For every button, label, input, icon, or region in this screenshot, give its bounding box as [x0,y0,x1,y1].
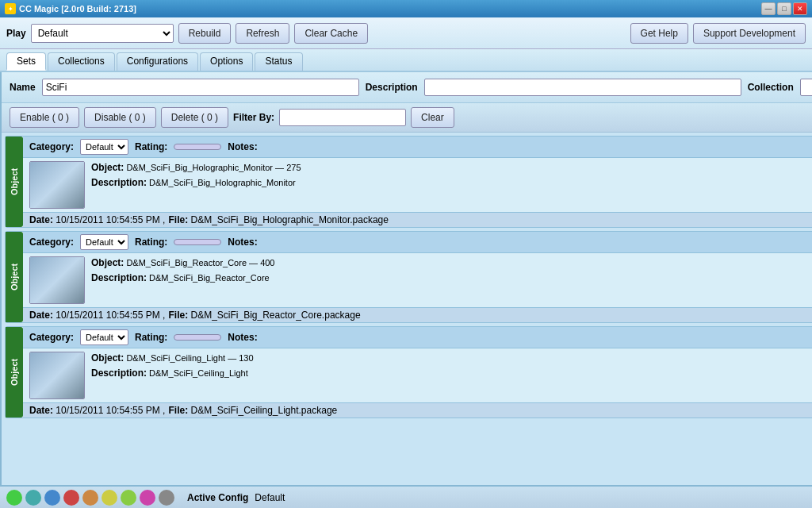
notes-label-2: Notes: [228,332,257,343]
minimize-button[interactable]: — [761,2,776,15]
object-name-1: Object: D&M_SciFi_Big_Reactor_Core — 400 [91,256,812,270]
category-select-1[interactable]: Default [80,234,128,250]
orange-icon[interactable] [82,490,98,506]
tab-collections[interactable]: Collections [48,52,115,71]
object-body-1: Object: D&M_SciFi_Big_Reactor_Core — 400… [23,253,812,307]
object-list: Object Category: Default Rating: Notes: … [2,133,812,485]
object-vert-label-0: Object [6,137,23,227]
notes-label-0: Notes: [228,141,257,152]
app-icon: ✦ [5,3,16,14]
object-info-0: Object: D&M_SciFi_Big_Holographic_Monito… [91,161,812,191]
date-label-1: Date: 10/15/2011 10:54:55 PM , [29,310,165,321]
object-inner-1: Category: Default Rating: Notes: Enabled [23,232,812,322]
object-desc-1: Description: D&M_SciFi_Big_Reactor_Core [91,271,812,285]
object-card-0: Object Category: Default Rating: Notes: … [5,136,812,228]
category-label-0: Category: [29,141,74,152]
active-config-value: Default [255,492,285,503]
tab-options[interactable]: Options [200,52,253,71]
file-label-1: File: D&M_SciFi_Big_Reactor_Core.package [168,310,360,321]
object-name-0: Object: D&M_SciFi_Big_Holographic_Monito… [91,161,812,175]
desc-input[interactable] [424,79,741,96]
clear-cache-button[interactable]: Clear Cache [294,23,368,44]
maximize-button[interactable]: □ [777,2,791,15]
teal-icon[interactable] [25,490,41,506]
object-footer-1: Date: 10/15/2011 10:54:55 PM , File: D&M… [23,307,812,322]
status-bar: Active Config Default [0,485,812,508]
collection-select[interactable] [800,79,812,96]
object-thumbnail-0 [29,161,85,209]
clear-filter-button[interactable]: Clear [411,107,454,128]
get-help-button[interactable]: Get Help [630,23,688,44]
collection-label: Collection [748,82,794,93]
tab-configurations[interactable]: Configurations [117,52,198,71]
object-info-1: Object: D&M_SciFi_Big_Reactor_Core — 400… [91,256,812,287]
status-icons [6,490,174,506]
object-inner-2: Category: Default Rating: Notes: Enabled [23,327,812,418]
object-top-2: Category: Default Rating: Notes: Enabled [23,327,812,348]
close-button[interactable]: ✕ [793,2,807,15]
disable-button[interactable]: Disable ( 0 ) [84,107,156,128]
thumb-inner-0 [30,162,84,208]
thumb-inner-1 [30,257,84,303]
date-label-2: Date: 10/15/2011 10:54:55 PM , [29,405,165,416]
object-top-0: Category: Default Rating: Notes: Enabled [23,137,812,158]
name-input[interactable] [42,79,359,96]
object-info-2: Object: D&M_SciFi_Ceiling_Light — 130 De… [91,352,812,382]
file-label-2: File: D&M_SciFi_Ceiling_Light.package [168,405,337,416]
object-card-1: Object Category: Default Rating: Notes: … [5,231,812,323]
rating-label-2: Rating: [135,332,167,343]
window-controls: — □ ✕ [761,2,807,15]
object-body-0: Object: D&M_SciFi_Big_Holographic_Monito… [23,158,812,212]
gray-icon[interactable] [159,490,174,506]
main-layout: Sets ▼ Default▶ Build ModeClothingCollec… [0,72,812,485]
pink-icon[interactable] [140,490,155,506]
rating-label-0: Rating: [135,141,167,152]
object-vert-label-1: Object [6,232,23,322]
play-select[interactable]: Default [31,24,174,43]
refresh-button[interactable]: Refresh [236,23,289,44]
object-name-2: Object: D&M_SciFi_Ceiling_Light — 130 [91,352,812,365]
category-label-2: Category: [29,332,74,343]
tab-bar: Sets Collections Configurations Options … [0,49,812,72]
active-config-label: Active Config [187,492,248,503]
play-label: Play [6,28,26,39]
object-desc-0: Description: D&M_SciFi_Big_Holographic_M… [91,176,812,190]
tab-status[interactable]: Status [255,52,302,71]
object-desc-2: Description: D&M_SciFi_Ceiling_Light [91,367,812,380]
rating-bar-0 [174,144,221,150]
object-footer-2: Date: 10/15/2011 10:54:55 PM , File: D&M… [23,402,812,418]
delete-button[interactable]: Delete ( 0 ) [161,107,228,128]
light-green-icon[interactable] [121,490,136,506]
content-area: Name Description Collection Clear Enable… [2,72,812,485]
filter-input[interactable] [279,109,406,126]
object-thumbnail-2 [29,352,85,399]
thumb-inner-2 [30,352,84,398]
green-icon[interactable] [6,490,22,506]
notes-label-1: Notes: [228,237,257,248]
desc-label: Description [366,82,418,93]
tab-sets[interactable]: Sets [6,52,46,71]
category-select-0[interactable]: Default [80,139,128,155]
rebuild-button[interactable]: Rebuild [178,23,232,44]
app-title: CC Magic [2.0r0 Build: 2713] [19,4,136,13]
toolbar: Play Default Rebuild Refresh Clear Cache… [0,17,812,49]
red-icon[interactable] [63,490,79,506]
blue-icon[interactable] [44,490,60,506]
support-button[interactable]: Support Development [693,23,806,44]
object-card-2: Object Category: Default Rating: Notes: … [5,326,812,418]
object-top-1: Category: Default Rating: Notes: Enabled [23,232,812,253]
name-label: Name [10,82,36,93]
category-select-2[interactable]: Default [80,329,128,345]
object-thumbnail-1 [29,256,85,304]
rating-bar-2 [174,334,221,341]
yellow-icon[interactable] [102,490,117,506]
file-label-0: File: D&M_SciFi_Big_Holographic_Monitor.… [168,214,388,225]
info-bar: Name Description Collection Clear [2,72,812,103]
title-bar: ✦ CC Magic [2.0r0 Build: 2713] — □ ✕ [0,0,812,17]
date-label-0: Date: 10/15/2011 10:54:55 PM , [29,214,165,225]
rating-label-1: Rating: [135,237,167,248]
object-inner-0: Category: Default Rating: Notes: Enabled [23,137,812,227]
enable-button[interactable]: Enable ( 0 ) [10,107,79,128]
filter-by-label: Filter By: [233,112,274,123]
filter-bar: Enable ( 0 ) Disable ( 0 ) Delete ( 0 ) … [2,103,812,133]
